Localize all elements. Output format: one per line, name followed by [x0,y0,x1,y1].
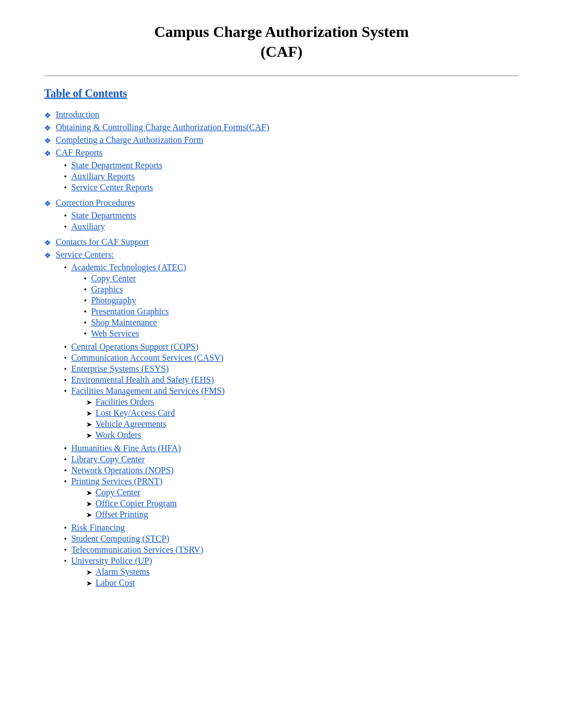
up-link[interactable]: University Police (UP) [71,556,152,566]
work-orders-link[interactable]: Work Orders [95,430,141,440]
library-copy-item: • Library Copy Center [64,454,225,464]
page-title: Campus Charge Authorization System (CAF) [44,22,519,62]
diamond-icon-6: ❖ [44,238,51,248]
tsrv-item: • Telecommunication Services (TSRV) [64,545,225,555]
casv-item: • Communication Account Services (CASV) [64,353,225,363]
fms-sublist: ➤ Facilities Orders ➤ Lost Key/Access Ca… [86,397,175,441]
contacts-link[interactable]: Contacts for CAF Support [56,237,148,247]
shop-maintenance-link[interactable]: Shop Maintenance [91,318,157,328]
bullet-dot-photo: • [84,297,87,306]
service-center-reports-item: • Service Center Reports [64,183,162,192]
toc-item-contacts: ❖ Contacts for CAF Support [44,237,519,248]
bullet-dot-risk: • [64,524,67,533]
bullet-dot-copy: • [84,275,87,283]
shop-maintenance-item: • Shop Maintenance [84,318,169,328]
labor-cost-link[interactable]: Labor Cost [95,578,135,588]
arrow-icon-oc: ➤ [86,500,92,508]
graphics-link[interactable]: Graphics [91,285,123,295]
up-item: • University Police (UP) ➤ Alarm Systems… [64,556,225,590]
bullet-dot-lib: • [64,456,67,464]
auxiliary-link[interactable]: Auxiliary [71,222,105,232]
prnt-link[interactable]: Printing Services (PRNT) [71,477,162,486]
lost-key-link[interactable]: Lost Key/Access Card [95,408,175,418]
arrow-icon-wo: ➤ [86,431,92,440]
bullet-dot-tsrv: • [64,546,67,555]
web-services-item: • Web Services [84,329,169,339]
bullet-dot-2: • [64,173,67,181]
correction-link[interactable]: Correction Procedures [56,198,135,208]
bullet-dot-shop: • [84,319,87,328]
alarm-systems-item: ➤ Alarm Systems [86,567,150,577]
bullet-dot-pres: • [84,308,87,317]
casv-link[interactable]: Communication Account Services (CASV) [71,353,224,363]
graphics-item: • Graphics [84,285,169,295]
diamond-icon-3: ❖ [44,136,51,146]
offset-printing-link[interactable]: Offset Printing [95,510,148,520]
cops-link[interactable]: Central Operations Support (COPS) [71,342,199,352]
bullet-dot-casv: • [64,354,67,363]
arrow-icon-cc: ➤ [86,489,92,497]
state-dept-reports-link[interactable]: State Department Reports [71,160,162,170]
service-center-reports-link[interactable]: Service Center Reports [71,183,153,192]
ehs-link[interactable]: Environmental Health and Safety (EHS) [71,375,214,385]
hfa-link[interactable]: Humanities & Fine Arts (HFA) [71,443,181,453]
tsrv-link[interactable]: Telecommunication Services (TSRV) [71,545,203,555]
correction-sublist: • State Departments • Auxiliary [64,211,136,233]
toc-item-caf-reports: ❖ CAF Reports • State Department Reports… [44,148,519,196]
introduction-link[interactable]: Introduction [56,110,99,120]
up-sublist: ➤ Alarm Systems ➤ Labor Cost [86,567,150,589]
alarm-systems-link[interactable]: Alarm Systems [95,567,150,577]
title-line1: Campus Charge Authorization System [154,23,408,40]
web-services-link[interactable]: Web Services [91,329,139,339]
state-depts-link[interactable]: State Departments [71,211,136,221]
bullet-dot-stcp: • [64,535,67,544]
auxiliary-reports-item: • Auxiliary Reports [64,172,162,181]
photography-link[interactable]: Photography [91,296,136,306]
state-depts-item: • State Departments [64,211,136,221]
bullet-dot-hfa: • [64,445,67,453]
nops-item: • Network Operations (NOPS) [64,465,225,475]
toc-item-obtaining: ❖ Obtaining & Controlling Charge Authori… [44,122,519,133]
esys-link[interactable]: Enterprise Systems (ESYS) [71,364,169,374]
office-copier-link[interactable]: Office Copier Program [95,499,177,508]
vehicle-agreements-link[interactable]: Vehicle Agreements [95,419,166,429]
photography-item: • Photography [84,296,169,306]
toc-list: ❖ Introduction ❖ Obtaining & Controlling… [44,110,519,593]
copy-center-prnt-link[interactable]: Copy Center [95,488,140,497]
risk-link[interactable]: Risk Financing [71,523,125,533]
bullet-dot-cops: • [64,343,67,352]
work-orders-item: ➤ Work Orders [86,430,175,440]
esys-item: • Enterprise Systems (ESYS) [64,364,225,374]
bullet-dot-1: • [64,162,67,170]
completing-link[interactable]: Completing a Charge Authorization Form [56,135,203,145]
atec-link[interactable]: Academic Technologies (ATEC) [71,263,186,272]
bullet-dot-fms: • [64,387,67,396]
library-copy-link[interactable]: Library Copy Center [71,454,145,464]
obtaining-link[interactable]: Obtaining & Controlling Charge Authoriza… [56,122,269,132]
stcp-item: • Student Computing (STCP) [64,534,225,544]
fms-link[interactable]: Facilities Management and Services (FMS) [71,386,225,396]
facilities-orders-link[interactable]: Facilities Orders [95,397,154,407]
caf-reports-link[interactable]: CAF Reports [56,148,103,158]
atec-sublist: • Copy Center • Graphics • Photography [84,274,169,340]
diamond-icon-1: ❖ [44,111,51,120]
toc-heading[interactable]: Table of Contents [44,87,519,100]
auxiliary-reports-link[interactable]: Auxiliary Reports [71,172,135,181]
diamond-icon-5: ❖ [44,199,51,208]
fms-item: • Facilities Management and Services (FM… [64,386,225,442]
service-centers-link[interactable]: Service Centers: [56,250,114,260]
facilities-orders-item: ➤ Facilities Orders [86,397,175,407]
nops-link[interactable]: Network Operations (NOPS) [71,465,174,475]
presentation-graphics-item: • Presentation Graphics [84,307,169,317]
bullet-dot-web: • [84,330,87,339]
copy-center-atec-link[interactable]: Copy Center [91,274,136,283]
ehs-item: • Environmental Health and Safety (EHS) [64,375,225,385]
atec-item: • Academic Technologies (ATEC) • Copy Ce… [64,263,225,341]
toc-item-correction: ❖ Correction Procedures • State Departme… [44,198,519,235]
arrow-icon-lc: ➤ [86,579,92,588]
diamond-icon-4: ❖ [44,149,51,158]
cops-item: • Central Operations Support (COPS) [64,342,225,352]
stcp-link[interactable]: Student Computing (STCP) [71,534,169,544]
presentation-graphics-link[interactable]: Presentation Graphics [91,307,169,317]
hfa-item: • Humanities & Fine Arts (HFA) [64,443,225,453]
